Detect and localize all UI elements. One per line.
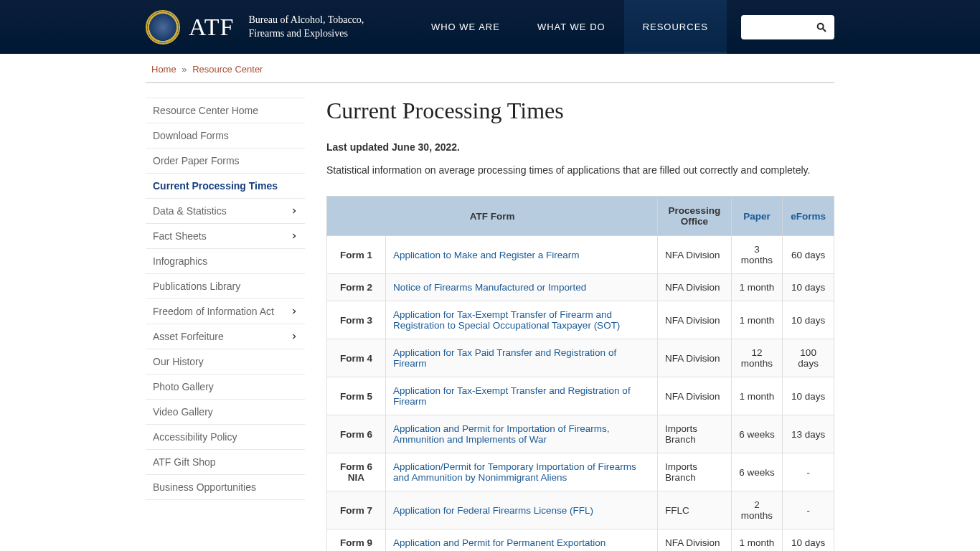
cell-office: NFA Division <box>658 529 731 552</box>
chevron-right-icon <box>291 308 298 315</box>
cell-paper: 1 month <box>731 301 783 339</box>
sidebar-item-label: Fact Sheets <box>153 230 207 242</box>
main-content: Current Processing Times Last updated Ju… <box>326 98 834 551</box>
cell-form-desc: Application and Permit for Importation o… <box>385 415 657 453</box>
sidebar-item-download-forms[interactable]: Download Forms <box>146 123 305 149</box>
sidebar-item-freedom-of-information-act[interactable]: Freedom of Information Act <box>146 299 305 324</box>
search-box[interactable] <box>741 15 834 39</box>
form-link[interactable]: Notice of Firearms Manufactured or Impor… <box>393 282 586 293</box>
cell-office: Imports Branch <box>658 415 731 453</box>
topnav-item-what-we-do[interactable]: WHAT WE DO <box>519 0 624 54</box>
table-row: Form 7 Application for Federal Firearms … <box>327 491 834 529</box>
cell-form-id: Form 2 <box>327 274 386 301</box>
cell-office: NFA Division <box>658 274 731 301</box>
form-link[interactable]: Application/Permit for Temporary Importa… <box>393 461 636 483</box>
sidebar-item-label: Video Gallery <box>153 406 213 418</box>
cell-eform: 10 days <box>783 529 834 552</box>
sidebar-item-label: Data & Statistics <box>153 205 227 217</box>
bureau-line2: Firearms and Explosives <box>248 27 364 41</box>
search-input[interactable] <box>748 22 816 32</box>
processing-times-table: ATF Form Processing Office Paper eForms … <box>326 196 834 551</box>
table-row: Form 5 Application for Tax-Exempt Transf… <box>327 377 834 415</box>
cell-paper: 2 months <box>731 491 783 529</box>
sidebar-item-label: Publications Library <box>153 281 240 292</box>
sidebar-item-label: Business Opportunities <box>153 481 256 493</box>
form-link[interactable]: Application and Permit for Importation o… <box>393 423 610 445</box>
svg-line-1 <box>823 29 826 32</box>
cell-office: NFA Division <box>658 377 731 415</box>
cell-form-id: Form 5 <box>327 377 386 415</box>
cell-paper: 3 months <box>731 236 783 274</box>
sidebar-item-atf-gift-shop[interactable]: ATF Gift Shop <box>146 450 305 475</box>
sidebar-item-business-opportunities[interactable]: Business Opportunities <box>146 475 305 500</box>
paper-link[interactable]: Paper <box>743 211 771 222</box>
sidebar-item-photo-gallery[interactable]: Photo Gallery <box>146 375 305 400</box>
search-icon[interactable] <box>816 22 827 33</box>
form-link[interactable]: Application for Federal Firearms License… <box>393 505 593 516</box>
breadcrumb-home[interactable]: Home <box>151 64 176 75</box>
sidebar-item-current-processing-times[interactable]: Current Processing Times <box>146 174 305 199</box>
table-row: Form 3 Application for Tax-Exempt Transf… <box>327 301 834 339</box>
sidebar-item-label: Asset Forfeiture <box>153 331 224 342</box>
sidebar-item-publications-library[interactable]: Publications Library <box>146 274 305 299</box>
page-title: Current Processing Times <box>326 98 834 124</box>
sidebar-item-accessibility-policy[interactable]: Accessibility Policy <box>146 425 305 450</box>
breadcrumb-current[interactable]: Resource Center <box>192 64 263 75</box>
brand[interactable]: ATF Bureau of Alcohol, Tobacco, Firearms… <box>146 10 364 44</box>
cell-eform: 10 days <box>783 301 834 339</box>
sidebar-item-label: Photo Gallery <box>153 381 214 392</box>
sidebar-item-our-history[interactable]: Our History <box>146 349 305 375</box>
cell-paper: 1 month <box>731 529 783 552</box>
cell-form-desc: Notice of Firearms Manufactured or Impor… <box>385 274 657 301</box>
cell-form-id: Form 6 <box>327 415 386 453</box>
sidebar-item-label: Current Processing Times <box>153 180 278 192</box>
sidebar-item-resource-center-home[interactable]: Resource Center Home <box>146 98 305 123</box>
topnav-item-resources[interactable]: RESOURCES <box>624 0 727 54</box>
cell-form-id: Form 6 NIA <box>327 453 386 491</box>
sidebar-item-label: Infographics <box>153 255 207 267</box>
sidebar-item-asset-forfeiture[interactable]: Asset Forfeiture <box>146 324 305 349</box>
sidebar-item-infographics[interactable]: Infographics <box>146 249 305 274</box>
cell-office: NFA Division <box>658 236 731 274</box>
cell-form-id: Form 3 <box>327 301 386 339</box>
cell-form-desc: Application for Federal Firearms License… <box>385 491 657 529</box>
form-link[interactable]: Application for Tax-Exempt Transfer and … <box>393 385 631 407</box>
chevron-right-icon <box>291 232 298 240</box>
bureau-name: Bureau of Alcohol, Tobacco, Firearms and… <box>248 14 364 41</box>
table-row: Form 1 Application to Make and Register … <box>327 236 834 274</box>
sidebar: Resource Center HomeDownload FormsOrder … <box>146 98 305 551</box>
table-row: Form 6 NIA Application/Permit for Tempor… <box>327 453 834 491</box>
form-link[interactable]: Application for Tax Paid Transfer and Re… <box>393 347 616 369</box>
sidebar-item-label: Resource Center Home <box>153 105 258 116</box>
cell-paper: 1 month <box>731 377 783 415</box>
eforms-link[interactable]: eForms <box>791 211 826 222</box>
cell-office: NFA Division <box>658 301 731 339</box>
cell-form-desc: Application for Tax-Exempt Transfer and … <box>385 377 657 415</box>
cell-form-desc: Application for Tax Paid Transfer and Re… <box>385 339 657 377</box>
chevron-right-icon <box>291 207 298 215</box>
table-row: Form 2 Notice of Firearms Manufactured o… <box>327 274 834 301</box>
sidebar-item-label: Our History <box>153 356 204 367</box>
col-paper: Paper <box>731 197 783 236</box>
sidebar-item-fact-sheets[interactable]: Fact Sheets <box>146 224 305 249</box>
cell-eform: 60 days <box>783 236 834 274</box>
svg-point-0 <box>818 23 824 29</box>
form-link[interactable]: Application and Permit for Permanent Exp… <box>393 537 606 548</box>
cell-eform: 100 days <box>783 339 834 377</box>
col-processing-office: Processing Office <box>658 197 731 236</box>
chevron-right-icon <box>291 333 298 340</box>
logo-text: ATF <box>189 14 234 41</box>
cell-eform: 10 days <box>783 274 834 301</box>
cell-office: NFA Division <box>658 339 731 377</box>
topnav-item-who-we-are[interactable]: WHO WE ARE <box>413 0 519 54</box>
form-link[interactable]: Application for Tax-Exempt Transfer of F… <box>393 309 620 331</box>
cell-paper: 6 weeks <box>731 415 783 453</box>
breadcrumb: Home » Resource Center <box>146 54 834 83</box>
cell-paper: 6 weeks <box>731 453 783 491</box>
cell-form-id: Form 4 <box>327 339 386 377</box>
sidebar-item-order-paper-forms[interactable]: Order Paper Forms <box>146 149 305 174</box>
breadcrumb-sep: » <box>182 64 187 75</box>
form-link[interactable]: Application to Make and Register a Firea… <box>393 250 580 260</box>
sidebar-item-video-gallery[interactable]: Video Gallery <box>146 400 305 425</box>
sidebar-item-data-statistics[interactable]: Data & Statistics <box>146 199 305 224</box>
